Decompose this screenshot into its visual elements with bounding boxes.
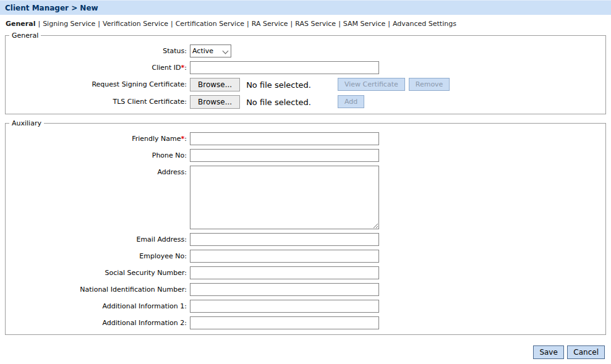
friendly-name-label: Friendly Name*:	[6, 132, 190, 143]
phone-no-row: Phone No:	[6, 149, 605, 162]
address-row: Address:	[6, 166, 605, 229]
request-signing-certificate-row: Request Signing Certificate: Browse... N…	[6, 78, 605, 91]
request-signing-certificate-file-status: No file selected.	[246, 80, 311, 90]
tls-client-certificate-row: TLS Client Certificate: Browse... No fil…	[6, 95, 605, 109]
email-address-row: Email Address:	[6, 233, 605, 246]
general-fieldset: General Status: Active Client ID*: Reque…	[5, 32, 606, 114]
address-textarea[interactable]	[190, 166, 379, 229]
tab-verification-service[interactable]: Verification Service	[103, 20, 168, 28]
friendly-name-input[interactable]	[190, 132, 379, 145]
page-title: Client Manager > New	[5, 4, 98, 12]
tab-separator: |	[98, 20, 100, 28]
employee-no-input[interactable]	[190, 250, 379, 263]
national-identification-number-label: National Identification Number:	[6, 283, 190, 294]
social-security-number-label: Social Security Number:	[6, 266, 190, 277]
additional-information-1-row: Additional Information 1:	[6, 300, 605, 313]
remove-certificate-button[interactable]: Remove	[409, 78, 450, 91]
social-security-number-row: Social Security Number:	[6, 266, 605, 279]
additional-information-2-input[interactable]	[190, 316, 379, 329]
tab-ra-service[interactable]: RA Service	[252, 20, 288, 28]
add-certificate-button[interactable]: Add	[338, 95, 364, 108]
social-security-number-input[interactable]	[190, 266, 379, 279]
general-legend: General	[9, 32, 41, 40]
national-identification-number-input[interactable]	[190, 283, 379, 296]
client-id-row: Client ID*:	[6, 61, 605, 74]
email-address-label: Email Address:	[6, 233, 190, 243]
tab-separator: |	[171, 20, 173, 28]
address-label: Address:	[6, 166, 190, 176]
phone-no-input[interactable]	[190, 149, 379, 162]
tab-sam-service[interactable]: SAM Service	[343, 20, 385, 28]
tls-client-certificate-file-status: No file selected.	[246, 98, 311, 107]
email-address-input[interactable]	[190, 233, 379, 246]
status-row: Status: Active	[6, 44, 605, 57]
phone-no-label: Phone No:	[6, 149, 190, 159]
employee-no-row: Employee No:	[6, 250, 605, 263]
view-certificate-button[interactable]: View Certificate	[338, 78, 405, 91]
tab-advanced-settings[interactable]: Advanced Settings	[393, 20, 456, 28]
tls-client-certificate-label: TLS Client Certificate:	[6, 95, 190, 106]
tab-ras-service[interactable]: RAS Service	[295, 20, 336, 28]
tab-bar: General|Signing Service|Verification Ser…	[0, 15, 611, 28]
tab-general[interactable]: General	[6, 20, 35, 28]
tab-separator: |	[338, 20, 341, 28]
tls-client-certificate-browse-button[interactable]: Browse...	[190, 95, 240, 109]
additional-information-2-label: Additional Information 2:	[6, 316, 190, 327]
additional-information-1-input[interactable]	[190, 300, 379, 313]
client-id-label: Client ID*:	[6, 61, 190, 72]
status-select[interactable]: Active	[190, 44, 231, 57]
request-signing-certificate-label: Request Signing Certificate:	[6, 78, 190, 88]
employee-no-label: Employee No:	[6, 250, 190, 260]
tab-certification-service[interactable]: Certification Service	[176, 20, 244, 28]
friendly-name-row: Friendly Name*:	[6, 132, 605, 145]
auxiliary-fieldset: Auxiliary Friendly Name*: Phone No: Addr…	[5, 119, 606, 335]
status-label: Status:	[6, 44, 190, 55]
additional-information-2-row: Additional Information 2:	[6, 316, 605, 329]
save-button[interactable]: Save	[533, 345, 563, 359]
tab-separator: |	[38, 20, 40, 28]
tab-signing-service[interactable]: Signing Service	[43, 20, 95, 28]
cancel-button[interactable]: Cancel	[567, 345, 605, 359]
tab-separator: |	[388, 20, 390, 28]
tab-separator: |	[247, 20, 249, 28]
request-signing-certificate-browse-button[interactable]: Browse...	[190, 78, 240, 91]
national-identification-number-row: National Identification Number:	[6, 283, 605, 296]
auxiliary-legend: Auxiliary	[9, 119, 44, 127]
additional-information-1-label: Additional Information 1:	[6, 300, 190, 310]
header-bar: Client Manager > New	[0, 0, 611, 15]
client-id-input[interactable]	[190, 61, 379, 74]
footer-actions: Save Cancel	[0, 345, 605, 359]
tab-separator: |	[291, 20, 293, 28]
